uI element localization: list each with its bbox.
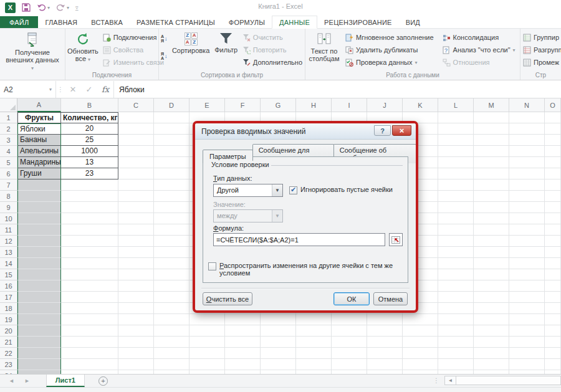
row-header-3[interactable]: 3: [0, 135, 17, 146]
cell-M18[interactable]: [474, 303, 509, 314]
cell-C21[interactable]: [118, 337, 154, 348]
cell-O22[interactable]: [545, 348, 561, 359]
cell-L15[interactable]: [438, 269, 474, 280]
cell-L10[interactable]: [438, 213, 474, 224]
cell-B20[interactable]: [61, 325, 118, 337]
cell-D2[interactable]: [154, 123, 189, 135]
cell-M1[interactable]: [474, 112, 509, 123]
cell-N15[interactable]: [509, 269, 545, 280]
cell-G23[interactable]: [261, 359, 296, 370]
cell-C12[interactable]: [118, 236, 154, 247]
next-sheet-button[interactable]: ►: [24, 378, 30, 384]
insert-function-button[interactable]: fx: [97, 81, 113, 98]
cell-A16[interactable]: [17, 280, 61, 292]
cell-D7[interactable]: [154, 179, 189, 191]
cell-A19[interactable]: [17, 314, 61, 325]
cell-G22[interactable]: [261, 348, 296, 359]
cell-A20[interactable]: [17, 325, 61, 337]
cell-J20[interactable]: [367, 325, 403, 337]
scrollbar-track[interactable]: [456, 376, 561, 385]
cell-I23[interactable]: [332, 359, 367, 370]
cell-H23[interactable]: [296, 359, 332, 370]
prev-sheet-button[interactable]: ◄: [9, 378, 14, 384]
cell-C19[interactable]: [118, 314, 154, 325]
column-header-L[interactable]: L: [438, 98, 474, 112]
cell-H22[interactable]: [296, 348, 332, 359]
cell-J22[interactable]: [367, 348, 403, 359]
cell-L20[interactable]: [438, 325, 474, 337]
flash-fill-button[interactable]: Мгновенное заполнение: [343, 31, 436, 44]
cell-C2[interactable]: [118, 123, 154, 135]
cell-L21[interactable]: [438, 337, 474, 348]
formula-bar-grip[interactable]: ⋮: [56, 81, 65, 98]
row-header-12[interactable]: 12: [0, 236, 17, 247]
cell-K19[interactable]: [403, 314, 438, 325]
column-header-J[interactable]: J: [367, 98, 403, 112]
subtotal-button[interactable]: Промеж: [520, 56, 561, 69]
ribbon-tab-page-layout[interactable]: РАЗМЕТКА СТРАНИЦЫ: [130, 16, 222, 28]
row-header-9[interactable]: 9: [0, 202, 17, 213]
cell-C16[interactable]: [118, 280, 154, 292]
horizontal-scrollbar[interactable]: ⋮ ◄: [433, 375, 561, 386]
cell-D18[interactable]: [154, 303, 189, 314]
cell-L6[interactable]: [438, 168, 474, 179]
data-type-dropdown[interactable]: Другой ▼: [213, 184, 283, 197]
cell-M23[interactable]: [474, 359, 509, 370]
cell-O21[interactable]: [545, 337, 561, 348]
add-sheet-button[interactable]: +: [98, 376, 108, 386]
validation-formula-input[interactable]: [213, 233, 385, 246]
cell-A12[interactable]: [17, 236, 61, 247]
cell-B18[interactable]: [61, 303, 118, 314]
cell-A7[interactable]: [17, 179, 61, 191]
checkbox-icon[interactable]: [289, 186, 297, 194]
cell-D9[interactable]: [154, 202, 189, 213]
cell-M21[interactable]: [474, 337, 509, 348]
cell-C6[interactable]: [118, 168, 154, 179]
cell-L19[interactable]: [438, 314, 474, 325]
cell-A15[interactable]: [17, 269, 61, 280]
cell-I20[interactable]: [332, 325, 367, 337]
cell-D11[interactable]: [154, 224, 189, 236]
row-header-21[interactable]: 21: [0, 337, 17, 348]
cell-B16[interactable]: [61, 280, 118, 292]
cell-B19[interactable]: [61, 314, 118, 325]
row-header-4[interactable]: 4: [0, 146, 17, 157]
cell-M4[interactable]: [474, 146, 509, 157]
cell-N21[interactable]: [509, 337, 545, 348]
cell-L9[interactable]: [438, 202, 474, 213]
cell-M11[interactable]: [474, 224, 509, 236]
cell-N13[interactable]: [509, 247, 545, 258]
cell-M13[interactable]: [474, 247, 509, 258]
column-header-I[interactable]: I: [332, 98, 367, 112]
cell-A3[interactable]: Бананы: [17, 135, 61, 146]
ribbon-tab-data[interactable]: ДАННЫЕ: [272, 16, 317, 29]
cell-N19[interactable]: [509, 314, 545, 325]
cell-N12[interactable]: [509, 236, 545, 247]
cell-M8[interactable]: [474, 191, 509, 202]
cell-O23[interactable]: [545, 359, 561, 370]
cell-D12[interactable]: [154, 236, 189, 247]
advanced-filter-button[interactable]: Дополнительно: [240, 56, 305, 69]
cell-M2[interactable]: [474, 123, 509, 135]
cell-B22[interactable]: [61, 348, 118, 359]
row-header-23[interactable]: 23: [0, 359, 17, 370]
cell-M6[interactable]: [474, 168, 509, 179]
row-header-6[interactable]: 6: [0, 168, 17, 179]
consolidate-button[interactable]: Консолидация: [440, 31, 518, 44]
cell-B9[interactable]: [61, 202, 118, 213]
cell-B21[interactable]: [61, 337, 118, 348]
row-header-19[interactable]: 19: [0, 314, 17, 325]
cell-M10[interactable]: [474, 213, 509, 224]
cell-L8[interactable]: [438, 191, 474, 202]
row-header-17[interactable]: 17: [0, 292, 17, 303]
row-header-20[interactable]: 20: [0, 325, 17, 337]
cell-D20[interactable]: [154, 325, 189, 337]
cell-O4[interactable]: [545, 146, 561, 157]
checkbox-icon[interactable]: [208, 262, 216, 270]
column-header-K[interactable]: K: [403, 98, 438, 112]
cell-N2[interactable]: [509, 123, 545, 135]
cell-A18[interactable]: [17, 303, 61, 314]
what-if-analysis-button[interactable]: ? Анализ "что если" ▾: [440, 44, 518, 56]
cell-B6[interactable]: 23: [61, 168, 118, 179]
row-header-2[interactable]: 2: [0, 123, 17, 135]
